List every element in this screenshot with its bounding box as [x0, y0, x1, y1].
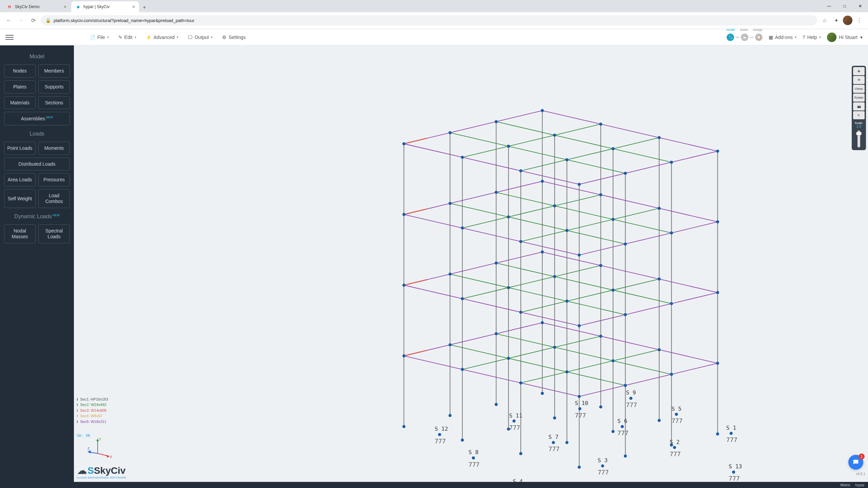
sidebar-button-pressures[interactable]: Pressures — [38, 173, 70, 186]
svg-line-4 — [496, 334, 554, 347]
structural-model-viewport[interactable]: S 1777S 2777S 3777S 4777S 5777S 6777S 77… — [74, 45, 868, 482]
chat-button[interactable]: 1 — [848, 455, 863, 470]
zoom-in-button[interactable]: + — [853, 67, 865, 75]
viewport-tools: + 👁 Views Rotate 📷 ↻ Scale: 2.0 — [852, 66, 866, 150]
svg-line-17 — [567, 361, 613, 372]
extensions-icon[interactable]: ✦ — [831, 16, 841, 25]
svg-line-52 — [450, 203, 508, 217]
svg-line-15 — [521, 372, 567, 383]
svg-line-75 — [404, 144, 462, 157]
cloud-icon: ☁ — [77, 465, 87, 476]
tab-close-icon[interactable]: × — [132, 4, 135, 9]
menu-file[interactable]: 📄File▾ — [90, 35, 109, 40]
sidebar-button-supports[interactable]: Supports — [38, 80, 70, 94]
reload-button[interactable]: ⟳ — [28, 16, 38, 25]
rotate-button[interactable]: Rotate — [853, 94, 865, 102]
svg-line-91 — [567, 160, 625, 173]
units-toggle[interactable]: Metric — [841, 483, 851, 487]
svg-text:S 12: S 12 — [435, 426, 448, 432]
chrome-menu-icon[interactable]: ⋮ — [854, 16, 864, 25]
canvas-area[interactable]: S 1777S 2777S 3777S 4777S 5777S 6777S 77… — [74, 45, 868, 482]
chat-badge: 1 — [859, 453, 865, 460]
svg-point-110 — [449, 202, 452, 205]
address-bar: ← → ⟳ 🔒 platform.skyciv.com/structural?p… — [0, 12, 868, 29]
user-menu[interactable]: Hi Stuart ▾ — [827, 33, 863, 42]
sidebar-button-load-combos[interactable]: Load Combos — [38, 189, 70, 208]
sidebar-button-plates[interactable]: Plates — [4, 80, 36, 94]
sidebar-button-materials[interactable]: Materials — [4, 96, 36, 109]
sidebar-button-area-loads[interactable]: Area Loads — [4, 173, 36, 186]
menu-output[interactable]: 🖵Output▾ — [188, 35, 213, 40]
svg-line-66 — [567, 230, 625, 244]
url-input[interactable]: 🔒 platform.skyciv.com/structural?preload… — [41, 15, 817, 25]
sidebar-button-sections[interactable]: Sections — [38, 96, 70, 109]
refresh-view-button[interactable]: ↻ — [853, 111, 865, 119]
step-design[interactable]: 📋 — [755, 34, 763, 41]
svg-line-37 — [555, 265, 601, 277]
svg-point-230 — [438, 433, 441, 436]
chevron-down-icon: ▾ — [795, 35, 796, 39]
window-close-button[interactable]: ✕ — [852, 0, 868, 12]
window-minimize-button[interactable]: — — [821, 0, 837, 12]
tab-title: SkyCiv Demo — [15, 4, 40, 9]
logo-s-icon: S — [87, 465, 94, 476]
forward-button[interactable]: → — [16, 16, 26, 25]
url-text: platform.skyciv.com/structural?preload_n… — [54, 18, 194, 23]
sidebar-button-members[interactable]: Members — [38, 64, 70, 78]
main-menu: 📄File▾ ✎Edit▾ ⚡Advanced▾ 🖵Output▾ ⚙Setti… — [90, 35, 246, 40]
monitor-icon: 🖵 — [188, 35, 193, 40]
svg-point-215 — [552, 441, 555, 444]
addons-menu[interactable]: ▦Add-ons▾ — [769, 35, 796, 40]
bookmark-star-icon[interactable]: ☆ — [820, 16, 829, 25]
svg-line-58 — [462, 217, 509, 228]
browser-tab-skyciv-demo[interactable]: H SkyCiv Demo × — [3, 1, 71, 12]
step-solve[interactable]: ☁ — [741, 34, 748, 41]
svg-point-115 — [495, 262, 498, 265]
help-menu[interactable]: ?Help▾ — [803, 35, 821, 40]
browser-tab-hypar[interactable]: ◆ hypar | SkyCiv × — [71, 1, 139, 12]
window-maximize-button[interactable]: □ — [837, 0, 852, 12]
hamburger-menu-button[interactable] — [5, 33, 14, 41]
svg-text:777: 777 — [469, 461, 480, 468]
sidebar-section-title: Loads — [4, 131, 70, 137]
svg-point-155 — [565, 441, 568, 444]
project-name[interactable]: hypar — [855, 483, 865, 487]
tab-close-icon[interactable]: × — [64, 4, 66, 9]
svg-line-42 — [567, 290, 613, 301]
grid-icon: ▦ — [769, 35, 773, 40]
sidebar-button-nodal-masses[interactable]: Nodal Masses — [4, 224, 36, 243]
svg-line-29 — [496, 263, 554, 277]
sidebar-button-self-weight[interactable]: Self Weight — [4, 189, 36, 208]
views-button[interactable]: Views — [853, 85, 865, 93]
svg-line-0 — [404, 356, 462, 369]
svg-point-150 — [519, 381, 522, 384]
visibility-button[interactable]: 👁 — [853, 76, 865, 84]
svg-line-16 — [567, 372, 625, 385]
svg-point-125 — [461, 439, 464, 442]
scale-slider[interactable] — [857, 130, 860, 147]
new-tab-button[interactable]: + — [140, 3, 149, 12]
scale-slider-thumb[interactable] — [856, 132, 862, 135]
sidebar-button-assemblies[interactable]: AssembliesNEW — [4, 112, 70, 125]
sidebar-button-distributed-loads[interactable]: Distributed Loads — [4, 158, 70, 171]
svg-line-8 — [462, 358, 509, 369]
menu-settings[interactable]: ⚙Settings — [222, 35, 246, 40]
menu-advanced[interactable]: ⚡Advanced▾ — [146, 35, 178, 40]
svg-line-39 — [521, 312, 579, 326]
svg-line-94 — [613, 138, 659, 149]
sidebar-button-nodes[interactable]: Nodes — [4, 64, 36, 78]
svg-line-36 — [555, 277, 613, 290]
chrome-profile-avatar[interactable] — [843, 16, 852, 25]
svg-line-71 — [579, 244, 625, 255]
sidebar-button-point-loads[interactable]: Point Loads — [4, 142, 36, 155]
sidebar-button-spectral-loads[interactable]: Spectral Loads — [38, 224, 70, 243]
camera-button[interactable]: 📷 — [853, 102, 865, 110]
svg-point-144 — [599, 335, 602, 338]
menu-edit[interactable]: ✎Edit▾ — [118, 35, 136, 40]
sidebar-button-moments[interactable]: Moments — [38, 142, 70, 155]
svg-marker-245 — [106, 455, 110, 458]
svg-point-126 — [461, 368, 464, 371]
back-button[interactable]: ← — [4, 16, 14, 25]
step-model[interactable]: 🔧 — [727, 34, 734, 41]
svg-line-40 — [521, 301, 567, 312]
